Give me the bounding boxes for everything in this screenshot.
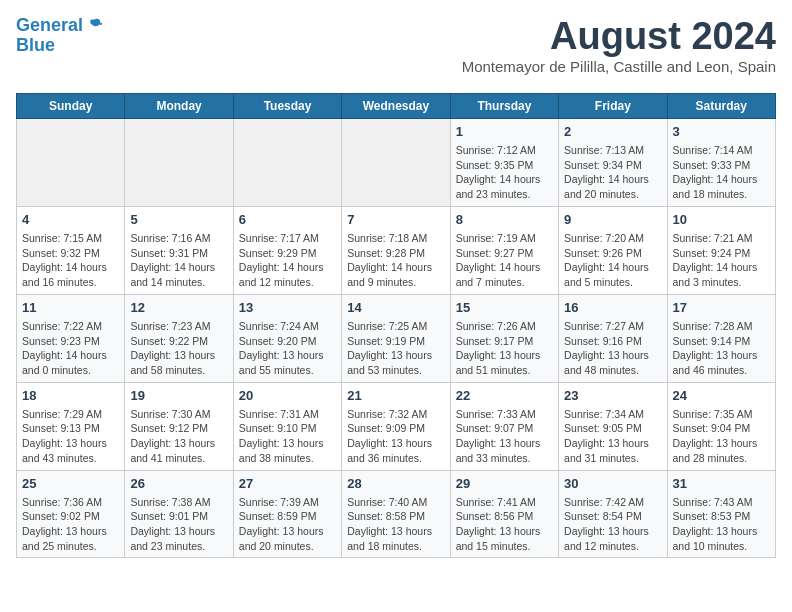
calendar-day-cell: 26Sunrise: 7:38 AMSunset: 9:01 PMDayligh…	[125, 470, 233, 558]
day-number: 9	[564, 211, 661, 229]
day-info: Sunrise: 7:29 AMSunset: 9:13 PMDaylight:…	[22, 407, 119, 466]
page-subtitle: Montemayor de Pililla, Castille and Leon…	[462, 58, 776, 75]
day-info: Sunrise: 7:14 AMSunset: 9:33 PMDaylight:…	[673, 143, 770, 202]
day-info: Sunrise: 7:26 AMSunset: 9:17 PMDaylight:…	[456, 319, 553, 378]
day-info: Sunrise: 7:32 AMSunset: 9:09 PMDaylight:…	[347, 407, 444, 466]
calendar-day-header: Tuesday	[233, 93, 341, 118]
calendar-week-row: 25Sunrise: 7:36 AMSunset: 9:02 PMDayligh…	[17, 470, 776, 558]
day-number: 4	[22, 211, 119, 229]
calendar-day-cell: 23Sunrise: 7:34 AMSunset: 9:05 PMDayligh…	[559, 382, 667, 470]
calendar-day-cell: 4Sunrise: 7:15 AMSunset: 9:32 PMDaylight…	[17, 206, 125, 294]
day-number: 15	[456, 299, 553, 317]
day-number: 24	[673, 387, 770, 405]
day-number: 8	[456, 211, 553, 229]
calendar-day-cell: 9Sunrise: 7:20 AMSunset: 9:26 PMDaylight…	[559, 206, 667, 294]
day-number: 14	[347, 299, 444, 317]
day-info: Sunrise: 7:39 AMSunset: 8:59 PMDaylight:…	[239, 495, 336, 554]
calendar-day-cell: 6Sunrise: 7:17 AMSunset: 9:29 PMDaylight…	[233, 206, 341, 294]
day-number: 12	[130, 299, 227, 317]
calendar-day-cell	[342, 118, 450, 206]
calendar-day-header: Sunday	[17, 93, 125, 118]
day-number: 27	[239, 475, 336, 493]
calendar-day-cell: 3Sunrise: 7:14 AMSunset: 9:33 PMDaylight…	[667, 118, 775, 206]
calendar-week-row: 11Sunrise: 7:22 AMSunset: 9:23 PMDayligh…	[17, 294, 776, 382]
day-info: Sunrise: 7:24 AMSunset: 9:20 PMDaylight:…	[239, 319, 336, 378]
calendar-week-row: 1Sunrise: 7:12 AMSunset: 9:35 PMDaylight…	[17, 118, 776, 206]
day-info: Sunrise: 7:23 AMSunset: 9:22 PMDaylight:…	[130, 319, 227, 378]
day-number: 10	[673, 211, 770, 229]
day-info: Sunrise: 7:34 AMSunset: 9:05 PMDaylight:…	[564, 407, 661, 466]
calendar-day-cell	[125, 118, 233, 206]
calendar-day-cell: 25Sunrise: 7:36 AMSunset: 9:02 PMDayligh…	[17, 470, 125, 558]
day-info: Sunrise: 7:33 AMSunset: 9:07 PMDaylight:…	[456, 407, 553, 466]
day-info: Sunrise: 7:13 AMSunset: 9:34 PMDaylight:…	[564, 143, 661, 202]
day-number: 17	[673, 299, 770, 317]
day-number: 31	[673, 475, 770, 493]
calendar-day-cell: 5Sunrise: 7:16 AMSunset: 9:31 PMDaylight…	[125, 206, 233, 294]
day-number: 6	[239, 211, 336, 229]
day-info: Sunrise: 7:21 AMSunset: 9:24 PMDaylight:…	[673, 231, 770, 290]
calendar-day-cell: 21Sunrise: 7:32 AMSunset: 9:09 PMDayligh…	[342, 382, 450, 470]
page-header: General Blue August 2024 Montemayor de P…	[16, 16, 776, 85]
logo-bird-icon	[85, 17, 103, 35]
day-info: Sunrise: 7:40 AMSunset: 8:58 PMDaylight:…	[347, 495, 444, 554]
calendar-day-cell: 19Sunrise: 7:30 AMSunset: 9:12 PMDayligh…	[125, 382, 233, 470]
calendar-day-header: Friday	[559, 93, 667, 118]
calendar-week-row: 4Sunrise: 7:15 AMSunset: 9:32 PMDaylight…	[17, 206, 776, 294]
day-info: Sunrise: 7:43 AMSunset: 8:53 PMDaylight:…	[673, 495, 770, 554]
day-info: Sunrise: 7:17 AMSunset: 9:29 PMDaylight:…	[239, 231, 336, 290]
day-number: 21	[347, 387, 444, 405]
day-number: 13	[239, 299, 336, 317]
calendar-day-cell: 27Sunrise: 7:39 AMSunset: 8:59 PMDayligh…	[233, 470, 341, 558]
calendar-table: SundayMondayTuesdayWednesdayThursdayFrid…	[16, 93, 776, 559]
calendar-week-row: 18Sunrise: 7:29 AMSunset: 9:13 PMDayligh…	[17, 382, 776, 470]
calendar-day-cell: 13Sunrise: 7:24 AMSunset: 9:20 PMDayligh…	[233, 294, 341, 382]
day-info: Sunrise: 7:19 AMSunset: 9:27 PMDaylight:…	[456, 231, 553, 290]
day-info: Sunrise: 7:30 AMSunset: 9:12 PMDaylight:…	[130, 407, 227, 466]
calendar-day-cell: 15Sunrise: 7:26 AMSunset: 9:17 PMDayligh…	[450, 294, 558, 382]
day-number: 23	[564, 387, 661, 405]
day-number: 20	[239, 387, 336, 405]
calendar-day-cell: 20Sunrise: 7:31 AMSunset: 9:10 PMDayligh…	[233, 382, 341, 470]
day-info: Sunrise: 7:22 AMSunset: 9:23 PMDaylight:…	[22, 319, 119, 378]
day-number: 1	[456, 123, 553, 141]
calendar-day-cell: 10Sunrise: 7:21 AMSunset: 9:24 PMDayligh…	[667, 206, 775, 294]
day-info: Sunrise: 7:25 AMSunset: 9:19 PMDaylight:…	[347, 319, 444, 378]
calendar-day-cell: 1Sunrise: 7:12 AMSunset: 9:35 PMDaylight…	[450, 118, 558, 206]
day-info: Sunrise: 7:12 AMSunset: 9:35 PMDaylight:…	[456, 143, 553, 202]
logo-text: General	[16, 16, 83, 36]
day-number: 26	[130, 475, 227, 493]
day-number: 7	[347, 211, 444, 229]
calendar-day-cell: 14Sunrise: 7:25 AMSunset: 9:19 PMDayligh…	[342, 294, 450, 382]
day-info: Sunrise: 7:31 AMSunset: 9:10 PMDaylight:…	[239, 407, 336, 466]
calendar-day-cell: 12Sunrise: 7:23 AMSunset: 9:22 PMDayligh…	[125, 294, 233, 382]
day-info: Sunrise: 7:36 AMSunset: 9:02 PMDaylight:…	[22, 495, 119, 554]
calendar-day-cell: 22Sunrise: 7:33 AMSunset: 9:07 PMDayligh…	[450, 382, 558, 470]
calendar-day-cell: 24Sunrise: 7:35 AMSunset: 9:04 PMDayligh…	[667, 382, 775, 470]
day-info: Sunrise: 7:38 AMSunset: 9:01 PMDaylight:…	[130, 495, 227, 554]
day-number: 2	[564, 123, 661, 141]
calendar-day-cell: 11Sunrise: 7:22 AMSunset: 9:23 PMDayligh…	[17, 294, 125, 382]
calendar-day-cell: 18Sunrise: 7:29 AMSunset: 9:13 PMDayligh…	[17, 382, 125, 470]
day-number: 19	[130, 387, 227, 405]
day-info: Sunrise: 7:18 AMSunset: 9:28 PMDaylight:…	[347, 231, 444, 290]
calendar-day-cell: 2Sunrise: 7:13 AMSunset: 9:34 PMDaylight…	[559, 118, 667, 206]
calendar-day-header: Thursday	[450, 93, 558, 118]
day-number: 16	[564, 299, 661, 317]
calendar-day-cell: 17Sunrise: 7:28 AMSunset: 9:14 PMDayligh…	[667, 294, 775, 382]
calendar-day-cell: 31Sunrise: 7:43 AMSunset: 8:53 PMDayligh…	[667, 470, 775, 558]
calendar-day-header: Monday	[125, 93, 233, 118]
day-info: Sunrise: 7:20 AMSunset: 9:26 PMDaylight:…	[564, 231, 661, 290]
logo: General Blue	[16, 16, 103, 54]
day-number: 25	[22, 475, 119, 493]
day-number: 29	[456, 475, 553, 493]
day-number: 11	[22, 299, 119, 317]
calendar-day-cell: 16Sunrise: 7:27 AMSunset: 9:16 PMDayligh…	[559, 294, 667, 382]
day-number: 22	[456, 387, 553, 405]
day-number: 30	[564, 475, 661, 493]
calendar-day-cell: 8Sunrise: 7:19 AMSunset: 9:27 PMDaylight…	[450, 206, 558, 294]
calendar-day-cell: 7Sunrise: 7:18 AMSunset: 9:28 PMDaylight…	[342, 206, 450, 294]
day-number: 3	[673, 123, 770, 141]
day-number: 5	[130, 211, 227, 229]
calendar-day-cell	[233, 118, 341, 206]
